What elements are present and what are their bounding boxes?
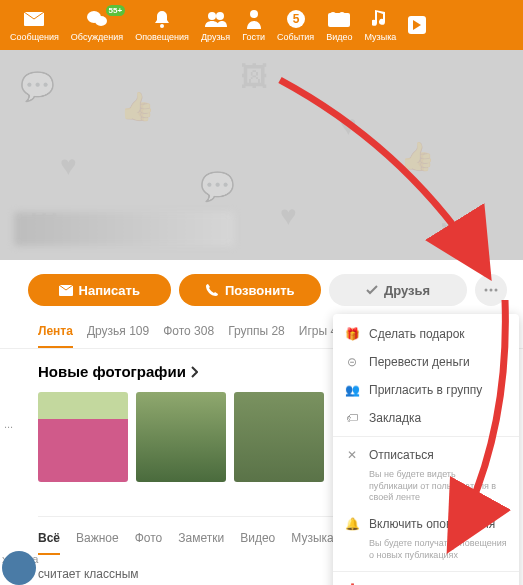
separator <box>333 436 519 437</box>
tab-photos[interactable]: Фото 308 <box>163 316 214 348</box>
nav-guests[interactable]: Гости <box>236 8 271 42</box>
dd-unsubscribe-sub: Вы не будете видеть публикации от пользо… <box>333 469 519 510</box>
feed-tab-photo[interactable]: Фото <box>135 531 163 555</box>
avatar[interactable] <box>2 551 36 585</box>
tab-groups[interactable]: Группы 28 <box>228 316 285 348</box>
dd-notifications-sub: Вы будете получать оповещения о новых пу… <box>333 538 519 567</box>
badge: 55+ <box>106 5 126 16</box>
svg-point-4 <box>208 12 216 20</box>
chevron-right-icon <box>190 366 198 378</box>
feed-tab-video[interactable]: Видео <box>240 531 275 555</box>
write-button[interactable]: Написать <box>28 274 171 306</box>
svg-point-5 <box>216 12 224 20</box>
dd-invite-group[interactable]: 👥Пригласить в группу <box>333 376 519 404</box>
dd-gift[interactable]: 🎁Сделать подарок <box>333 320 519 348</box>
svg-point-15 <box>495 289 498 292</box>
dd-report[interactable]: ❗Пожаловаться <box>333 576 519 585</box>
dd-bookmark[interactable]: 🏷Закладка <box>333 404 519 432</box>
photo-thumbnail[interactable] <box>136 392 226 482</box>
dd-unsubscribe[interactable]: ✕Отписаться <box>333 441 519 469</box>
guest-icon <box>243 8 265 30</box>
side-ellipsis: ... <box>0 418 13 430</box>
music-icon <box>369 8 391 30</box>
friends-button[interactable]: Друзья <box>329 274 467 306</box>
profile-name-blurred <box>14 212 234 246</box>
envelope-icon <box>23 8 45 30</box>
nav-music[interactable]: Музыка <box>359 8 403 42</box>
phone-icon <box>205 283 219 297</box>
envelope-icon <box>59 285 73 296</box>
money-icon: ⊝ <box>345 355 359 369</box>
svg-point-3 <box>160 24 164 28</box>
action-bar: Написать Позвонить Друзья <box>0 260 523 316</box>
cover-area: 💬👍🖼♥♥💬👍🖼♥🖼 <box>0 50 523 260</box>
events-icon: 5 <box>285 8 307 30</box>
dd-money[interactable]: ⊝Перевести деньги <box>333 348 519 376</box>
svg-point-10 <box>330 12 336 18</box>
gift-icon: 🎁 <box>345 327 359 341</box>
svg-point-14 <box>490 289 493 292</box>
more-dropdown: 🎁Сделать подарок ⊝Перевести деньги 👥Приг… <box>333 314 519 585</box>
tab-friends[interactable]: Друзья 109 <box>87 316 149 348</box>
feed-tab-all[interactable]: Всё <box>38 531 60 555</box>
video-icon <box>328 8 350 30</box>
bookmark-icon: 🏷 <box>345 411 359 425</box>
chat-icon <box>86 8 108 30</box>
nav-notifications[interactable]: Оповещения <box>129 8 195 42</box>
photo-thumbnail[interactable] <box>234 392 324 482</box>
unsubscribe-icon: ✕ <box>345 448 359 462</box>
more-button[interactable] <box>475 274 507 306</box>
nav-friends[interactable]: Друзья <box>195 8 236 42</box>
dots-icon <box>484 288 498 292</box>
check-icon <box>366 285 378 295</box>
svg-point-2 <box>95 16 107 26</box>
svg-text:5: 5 <box>292 12 299 26</box>
group-icon: 👥 <box>345 383 359 397</box>
feed-tab-important[interactable]: Важное <box>76 531 119 555</box>
svg-point-6 <box>250 10 258 18</box>
separator <box>333 571 519 572</box>
svg-point-11 <box>339 12 345 18</box>
top-nav: Сообщения 55+Обсуждения Оповещения Друзь… <box>0 0 523 50</box>
friends-icon <box>205 8 227 30</box>
play-button[interactable] <box>408 16 426 34</box>
bell-icon: 🔔 <box>345 517 359 531</box>
nav-messages[interactable]: Сообщения <box>4 8 65 42</box>
nav-discussions[interactable]: 55+Обсуждения <box>65 8 129 42</box>
dd-notifications[interactable]: 🔔Включить оповещения <box>333 510 519 538</box>
call-button[interactable]: Позвонить <box>179 274 322 306</box>
nav-events[interactable]: 5События <box>271 8 320 42</box>
feed-tab-notes[interactable]: Заметки <box>178 531 224 555</box>
feed-tab-music[interactable]: Музыка <box>291 531 333 555</box>
tab-feed[interactable]: Лента <box>38 316 73 348</box>
photo-thumbnail[interactable] <box>38 392 128 482</box>
svg-point-13 <box>485 289 488 292</box>
bell-icon <box>151 8 173 30</box>
nav-video[interactable]: Видео <box>320 8 358 42</box>
